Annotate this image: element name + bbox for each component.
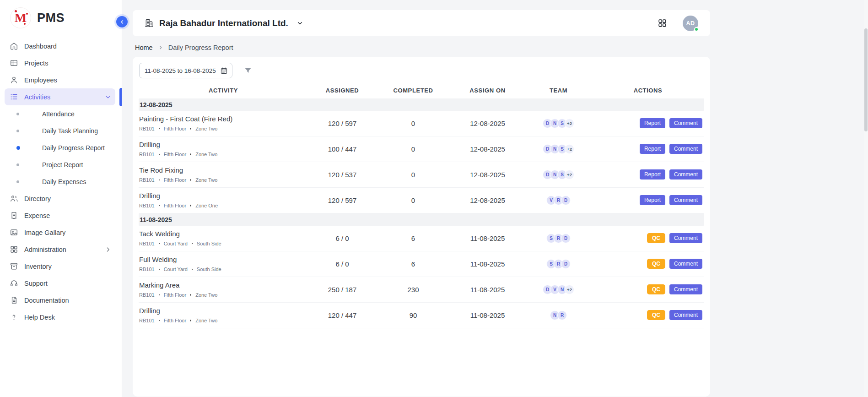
completed-value: 6 (377, 234, 450, 242)
chevron-right-icon (157, 319, 161, 322)
sidebar-item-employees[interactable]: Employees (5, 71, 115, 88)
assign-on-date: 11-08-2025 (450, 286, 525, 294)
chevron-right-icon (189, 319, 193, 322)
chevron-right-icon (189, 178, 193, 182)
report-button[interactable]: Report (640, 144, 665, 154)
comment-button[interactable]: Comment (669, 284, 702, 294)
sidebar-subitem-attendance[interactable]: Attendance (0, 105, 122, 122)
sidebar-collapse-button[interactable] (116, 16, 128, 27)
sidebar-item-expense[interactable]: Expense (5, 207, 115, 224)
completed-value: 90 (377, 311, 450, 319)
sidebar-item-image-gallary[interactable]: Image Gallary (5, 224, 115, 241)
column-header-completed: COMPLETED (377, 87, 450, 94)
page-scrollbar[interactable] (864, 0, 868, 397)
assign-on-date: 11-08-2025 (450, 260, 525, 268)
team-avatars: DNS+2 (525, 170, 592, 179)
sidebar-item-support[interactable]: Support (5, 275, 115, 292)
sidebar-item-documentation[interactable]: Documentation (5, 292, 115, 309)
comment-button[interactable]: Comment (669, 233, 702, 243)
actions-cell: ReportComment (592, 144, 704, 154)
assigned-value: 250 / 187 (308, 286, 377, 294)
location-segment: RB101 (139, 318, 155, 323)
report-button[interactable]: Report (640, 195, 665, 205)
column-header-actions: ACTIONS (592, 87, 704, 94)
team-avatars: DVN+2 (525, 285, 592, 294)
sidebar-item-help-desk[interactable]: Help Desk (5, 309, 115, 326)
filter-funnel-icon[interactable] (243, 66, 253, 75)
activity-cell: Tack WeldingRB101Court YardSouth Side (139, 230, 308, 246)
activity-location-path: RB101Fifth FloorZone Two (139, 152, 308, 157)
receipt-icon (10, 211, 18, 220)
chevron-right-icon (189, 293, 193, 297)
sidebar-subitem-daily-progress-report[interactable]: Daily Progress Report (0, 139, 122, 156)
comment-button[interactable]: Comment (669, 169, 702, 179)
comment-button[interactable]: Comment (669, 144, 702, 154)
group-date: 11-08-2025 (140, 216, 172, 223)
comment-button[interactable]: Comment (669, 195, 702, 205)
calendar-icon (220, 67, 228, 75)
location-segment: Zone Two (195, 292, 217, 298)
sidebar-subitem-daily-task-planning[interactable]: Daily Task Planning (0, 122, 122, 139)
assigned-value: 120 / 597 (308, 196, 377, 204)
chevron-right-icon (157, 242, 161, 245)
date-group-header: 12-08-2025 (139, 98, 704, 111)
sidebar-item-dashboard[interactable]: Dashboard (5, 38, 115, 54)
location-segment: Fifth Floor (164, 318, 187, 323)
chevron-right-icon (157, 267, 161, 271)
apps-grid-icon[interactable] (658, 18, 667, 28)
user-avatar[interactable]: AD (683, 16, 698, 31)
sidebar-nav: DashboardProjectsEmployeesActivitiesAtte… (0, 38, 122, 326)
column-header-team: TEAM (525, 87, 592, 94)
breadcrumb-home[interactable]: Home (135, 44, 153, 51)
location-segment: Fifth Floor (164, 126, 187, 131)
qc-button[interactable]: QC (647, 310, 665, 320)
report-button[interactable]: Report (640, 169, 665, 179)
topbar: Raja Bahadur International Ltd. AD (133, 10, 710, 36)
team-overflow-badge: +2 (565, 285, 574, 294)
scrollbar-thumb[interactable] (864, 28, 868, 131)
date-range-input[interactable]: 11-08-2025 to 16-08-2025 (139, 63, 232, 78)
sidebar-item-label: Inventory (24, 263, 52, 270)
chevron-right-icon (157, 204, 161, 207)
company-selector[interactable]: Raja Bahadur International Ltd. (144, 18, 304, 28)
sidebar-item-administration[interactable]: Administration (5, 241, 115, 258)
location-segment: Court Yard (164, 241, 188, 246)
group-date: 12-08-2025 (140, 101, 173, 109)
location-segment: RB101 (139, 177, 155, 183)
chevron-right-icon (190, 267, 194, 271)
sidebar-item-projects[interactable]: Projects (5, 54, 115, 71)
activity-location-path: RB101Fifth FloorZone Two (139, 292, 308, 298)
location-segment: Fifth Floor (164, 292, 187, 298)
assign-on-date: 11-08-2025 (450, 311, 525, 319)
app-logo-row: M PMS (0, 0, 122, 34)
comment-button[interactable]: Comment (669, 118, 702, 128)
qc-button[interactable]: QC (647, 259, 665, 269)
report-button[interactable]: Report (640, 118, 665, 128)
bullet-icon (16, 146, 20, 150)
actions-cell: QCComment (592, 259, 704, 269)
qc-button[interactable]: QC (647, 233, 665, 243)
assigned-value: 120 / 537 (308, 171, 377, 179)
sidebar-item-inventory[interactable]: Inventory (5, 258, 115, 275)
online-status-dot (694, 27, 699, 32)
column-header-assign-on: ASSIGN ON (450, 87, 525, 94)
location-segment: RB101 (139, 152, 155, 157)
location-segment: South Side (197, 266, 221, 272)
assigned-value: 100 / 447 (308, 145, 377, 153)
assign-on-date: 12-08-2025 (450, 196, 525, 204)
sidebar-item-activities[interactable]: Activities (5, 88, 115, 105)
sidebar-item-directory[interactable]: Directory (5, 190, 115, 207)
actions-cell: QCComment (592, 233, 704, 243)
sidebar-subitem-project-report[interactable]: Project Report (0, 156, 122, 173)
sidebar-subitem-daily-expenses[interactable]: Daily Expenses (0, 173, 122, 190)
team-avatars: SRD (525, 234, 592, 243)
team-avatars: DNS+2 (525, 144, 592, 154)
building-icon (144, 18, 154, 28)
location-segment: Fifth Floor (164, 177, 187, 183)
sidebar-subitem-label: Daily Expenses (42, 178, 86, 185)
assigned-value: 6 / 0 (308, 260, 377, 268)
qc-button[interactable]: QC (647, 284, 665, 294)
comment-button[interactable]: Comment (669, 259, 702, 269)
sidebar-subitem-label: Attendance (42, 110, 75, 118)
comment-button[interactable]: Comment (669, 310, 702, 320)
